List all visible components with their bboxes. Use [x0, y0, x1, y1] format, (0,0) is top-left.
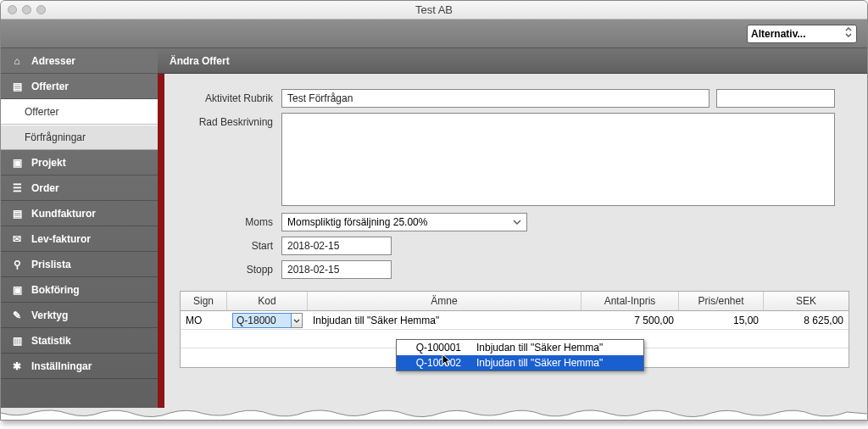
gear-icon: ✱ — [11, 360, 23, 372]
accent-bar — [158, 74, 164, 420]
dropdown-option-desc: Inbjudan till "Säker Hemma" — [471, 357, 643, 369]
col-sign: Sign — [181, 292, 227, 310]
sidebar-item-verktyg[interactable]: ✎Verktyg — [1, 303, 158, 328]
home-icon: ⌂ — [11, 55, 23, 67]
sidebar-item-order[interactable]: ☰Order — [1, 176, 158, 201]
sidebar-item-label: Verktyg — [31, 309, 68, 321]
cursor-icon — [442, 354, 453, 369]
chevron-down-icon — [293, 315, 300, 326]
sidebar-item-label: Prislista — [31, 259, 71, 270]
sidebar-item-inställningar[interactable]: ✱Inställningar — [1, 354, 158, 379]
sidebar-item-bokföring[interactable]: ▣Bokföring — [1, 277, 158, 303]
sidebar-item-label: Projekt — [31, 157, 66, 169]
list-icon: ☰ — [11, 182, 23, 194]
mail-icon: ✉ — [11, 233, 23, 245]
aktivitet-input[interactable] — [281, 89, 709, 108]
tag-icon: ⚲ — [11, 259, 23, 270]
alternativ-dropdown[interactable]: Alternativ... — [747, 25, 857, 43]
page-header: Ändra Offert — [158, 48, 867, 74]
rad-label: Rad Beskrivning — [180, 113, 281, 128]
wrench-icon: ✎ — [11, 309, 23, 321]
sidebar-item-prislista[interactable]: ⚲Prislista — [1, 252, 158, 277]
moms-label: Moms — [180, 213, 281, 228]
cell-kod[interactable] — [227, 313, 308, 328]
sidebar-item-label: Offerter — [25, 106, 58, 118]
table-row[interactable]: MO Inbjudan till "Säker Hemma" 7 — [181, 311, 849, 330]
sidebar: ⌂Adresser▤OfferterOfferterFörfrågningar▣… — [1, 48, 158, 420]
sidebar-item-lev-fakturor[interactable]: ✉Lev-fakturor — [1, 226, 158, 252]
sidebar-item-label: Förfrågningar — [25, 131, 86, 143]
sidebar-item-label: Inställningar — [31, 360, 92, 372]
zoom-window-button[interactable] — [36, 5, 46, 14]
book-icon: ▣ — [11, 284, 23, 296]
traffic-lights[interactable] — [8, 5, 46, 14]
sidebar-item-label: Order — [31, 182, 59, 194]
document-icon: ▤ — [11, 81, 23, 92]
sidebar-subitem-offerter[interactable]: Offerter — [1, 99, 158, 125]
cell-sek: 8 625,00 — [764, 315, 849, 326]
aktivitet-secondary-input[interactable] — [716, 89, 835, 108]
col-kod[interactable]: Kod — [227, 292, 308, 310]
col-amne[interactable]: Ämne — [308, 292, 581, 310]
torn-edge — [1, 408, 867, 420]
moms-value: Momspliktig försäljning 25.00% — [287, 216, 427, 228]
col-pris[interactable]: Pris/enhet — [679, 292, 764, 310]
sidebar-item-label: Lev-fakturor — [31, 233, 91, 245]
aktivitet-label: Aktivitet Rubrik — [180, 89, 281, 104]
cell-antal: 7 500,00 — [581, 315, 679, 326]
kod-autocomplete-dropdown[interactable]: Q-100001Inbjudan till "Säker Hemma"Q-100… — [396, 339, 644, 371]
chart-icon: ▥ — [11, 335, 23, 347]
toolbar: Alternativ... — [1, 20, 867, 48]
minimize-window-button[interactable] — [22, 5, 31, 14]
alternativ-label: Alternativ... — [751, 28, 805, 40]
sidebar-item-kundfakturor[interactable]: ▤Kundfakturor — [1, 201, 158, 226]
col-sek[interactable]: SEK — [764, 292, 849, 310]
moms-select[interactable]: Momspliktig försäljning 25.00% — [281, 213, 527, 231]
rad-beskrivning-textarea[interactable] — [281, 113, 835, 206]
start-label: Start — [180, 237, 281, 252]
dropdown-option[interactable]: Q-100002Inbjudan till "Säker Hemma" — [397, 355, 643, 370]
chevron-updown-icon — [844, 26, 853, 41]
dropdown-option-desc: Inbjudan till "Säker Hemma" — [471, 342, 643, 354]
sidebar-item-projekt[interactable]: ▣Projekt — [1, 150, 158, 176]
sidebar-item-label: Bokföring — [31, 284, 80, 296]
cell-sign: MO — [181, 315, 227, 326]
folder-icon: ▣ — [11, 157, 23, 169]
dropdown-option-code: Q-100002 — [397, 357, 471, 369]
col-antal[interactable]: Antal-Inpris — [581, 292, 679, 310]
sidebar-subitem-förfrågningar[interactable]: Förfrågningar — [1, 125, 158, 150]
sidebar-item-label: Statistik — [31, 335, 71, 347]
stopp-date-input[interactable] — [281, 260, 392, 279]
table-header-row: Sign Kod Ämne Antal-Inpris Pris/enhet SE… — [181, 292, 849, 311]
kod-input[interactable] — [232, 313, 292, 328]
sidebar-item-offerter[interactable]: ▤Offerter — [1, 74, 158, 99]
sidebar-item-label: Offerter — [31, 81, 69, 92]
sidebar-item-adresser[interactable]: ⌂Adresser — [1, 48, 158, 74]
close-window-button[interactable] — [8, 5, 17, 14]
page-title: Ändra Offert — [170, 55, 230, 67]
sidebar-item-statistik[interactable]: ▥Statistik — [1, 328, 158, 354]
start-date-input[interactable] — [281, 237, 392, 255]
window-titlebar: Test AB — [1, 1, 867, 20]
invoice-icon: ▤ — [11, 208, 23, 220]
sidebar-item-label: Adresser — [31, 55, 75, 67]
cell-pris: 15,00 — [679, 315, 764, 326]
cell-amne: Inbjudan till "Säker Hemma" — [308, 315, 581, 326]
window-title: Test AB — [1, 3, 867, 16]
dropdown-option-code: Q-100001 — [397, 342, 471, 354]
dropdown-option[interactable]: Q-100001Inbjudan till "Säker Hemma" — [397, 340, 643, 355]
stopp-label: Stopp — [180, 260, 281, 276]
sidebar-item-label: Kundfakturor — [31, 208, 96, 220]
kod-dropdown-toggle[interactable] — [292, 313, 303, 328]
chevron-down-icon — [513, 216, 521, 228]
